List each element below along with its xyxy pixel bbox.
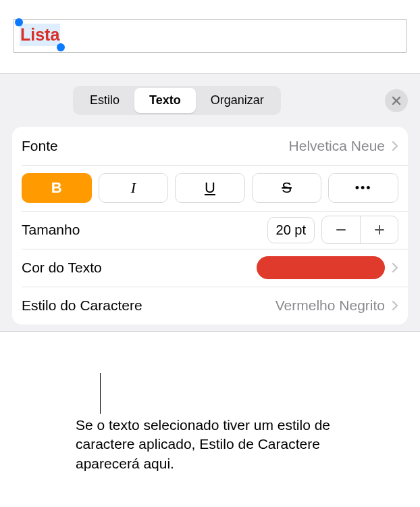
text-color-swatch[interactable] [257, 256, 385, 279]
callout-leader-line [100, 373, 101, 414]
chevron-right-icon [392, 300, 398, 311]
text-options-card: Fonte Helvetica Neue B I U S ••• Tamanho… [12, 127, 408, 324]
size-increase-button[interactable] [360, 216, 398, 243]
text-color-row[interactable]: Cor do Texto [12, 249, 408, 287]
format-panel: Estilo Texto Organizar Fonte Helvetica N… [0, 73, 420, 332]
character-style-label: Estilo do Caractere [22, 297, 142, 314]
style-buttons-row: B I U S ••• [12, 165, 408, 211]
size-decrease-button[interactable] [322, 216, 360, 243]
tab-style[interactable]: Estilo [75, 88, 134, 113]
font-label: Fonte [22, 138, 58, 154]
panel-tabs: Estilo Texto Organizar [73, 86, 281, 115]
tab-text[interactable]: Texto [134, 88, 196, 113]
callout-text: Se o texto selecionado tiver um estilo d… [76, 416, 366, 473]
chevron-right-icon [392, 262, 398, 273]
selection-handle-end[interactable] [57, 43, 65, 51]
font-value: Helvetica Neue [289, 138, 385, 154]
bold-button[interactable]: B [22, 173, 92, 203]
selection-handle-start[interactable] [15, 18, 23, 26]
tab-arrange[interactable]: Organizar [196, 88, 279, 113]
more-options-button[interactable]: ••• [328, 173, 398, 203]
font-row[interactable]: Fonte Helvetica Neue [12, 127, 408, 165]
underline-button[interactable]: U [175, 173, 245, 203]
close-icon [392, 96, 401, 105]
canvas-area: Lista [0, 0, 420, 73]
strikethrough-button[interactable]: S [252, 173, 322, 203]
size-row: Tamanho 20 pt [12, 211, 408, 249]
minus-icon [335, 224, 347, 236]
character-style-row[interactable]: Estilo do Caractere Vermelho Negrito [12, 287, 408, 324]
text-box[interactable]: Lista [14, 19, 406, 53]
size-stepper [321, 216, 398, 244]
plus-icon [373, 224, 386, 236]
size-label: Tamanho [22, 222, 80, 238]
italic-button[interactable]: I [99, 173, 169, 203]
close-button[interactable] [385, 89, 408, 112]
size-value[interactable]: 20 pt [267, 217, 315, 243]
chevron-right-icon [392, 141, 398, 151]
character-style-value: Vermelho Negrito [275, 297, 385, 314]
text-color-label: Cor do Texto [22, 260, 102, 276]
selected-text[interactable]: Lista [20, 24, 60, 46]
